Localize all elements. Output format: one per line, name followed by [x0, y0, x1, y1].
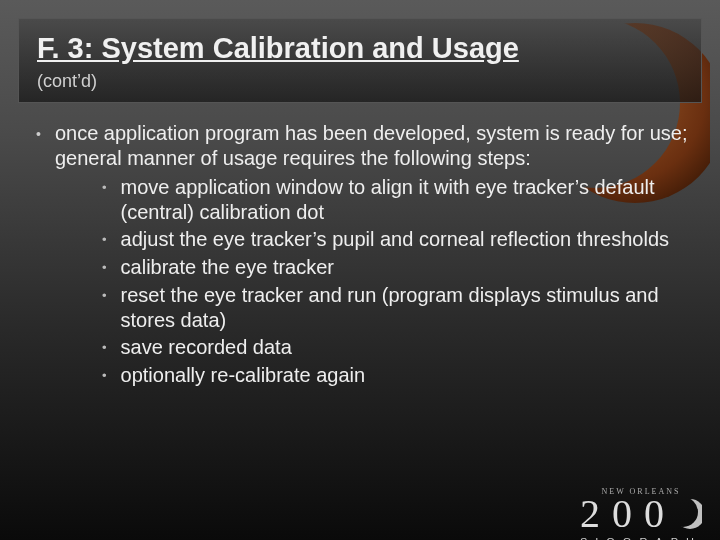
logo-digit: 0	[644, 494, 670, 534]
bullet-dot-icon: •	[102, 255, 107, 281]
bullet-text: reset the eye tracker and run (program d…	[121, 283, 690, 333]
bullet-level2: • reset the eye tracker and run (program…	[102, 283, 690, 333]
bullet-level2: • move application window to align it wi…	[102, 175, 690, 225]
bullet-level1: • once application program has been deve…	[36, 121, 690, 171]
bullet-text: once application program has been develo…	[55, 121, 690, 171]
bullet-text: calibrate the eye tracker	[121, 255, 690, 280]
bullet-dot-icon: •	[102, 335, 107, 361]
bullet-text: adjust the eye tracker’s pupil and corne…	[121, 227, 690, 252]
logo-year: 2 0 0	[580, 494, 702, 534]
slide-subtitle: (cont’d)	[37, 71, 683, 92]
sub-bullet-list: • move application window to align it wi…	[36, 175, 690, 389]
bullet-dot-icon: •	[36, 121, 41, 147]
logo-org: SIGGRAPH	[580, 536, 702, 540]
slide-title: F. 3: System Calibration and Usage	[37, 33, 683, 65]
siggraph-logo: NEW ORLEANS 2 0 0 SIGGRAPH	[580, 487, 702, 540]
bullet-dot-icon: •	[102, 363, 107, 389]
bullet-text: optionally re-calibrate again	[121, 363, 690, 388]
bullet-level2: • save recorded data	[102, 335, 690, 361]
bullet-level2: • adjust the eye tracker’s pupil and cor…	[102, 227, 690, 253]
bullet-text: save recorded data	[121, 335, 690, 360]
slide: F. 3: System Calibration and Usage (cont…	[0, 18, 720, 540]
bullet-level2: • calibrate the eye tracker	[102, 255, 690, 281]
bullet-dot-icon: •	[102, 175, 107, 201]
crescent-icon	[676, 497, 702, 531]
logo-digit: 0	[612, 494, 638, 534]
bullet-text: move application window to align it with…	[121, 175, 690, 225]
svg-point-5	[676, 499, 702, 529]
slide-body: • once application program has been deve…	[0, 103, 720, 389]
logo-digit: 2	[580, 494, 606, 534]
bullet-level2: • optionally re-calibrate again	[102, 363, 690, 389]
header-box: F. 3: System Calibration and Usage (cont…	[18, 18, 702, 103]
bullet-dot-icon: •	[102, 283, 107, 309]
bullet-dot-icon: •	[102, 227, 107, 253]
logo-location: NEW ORLEANS	[580, 487, 702, 496]
